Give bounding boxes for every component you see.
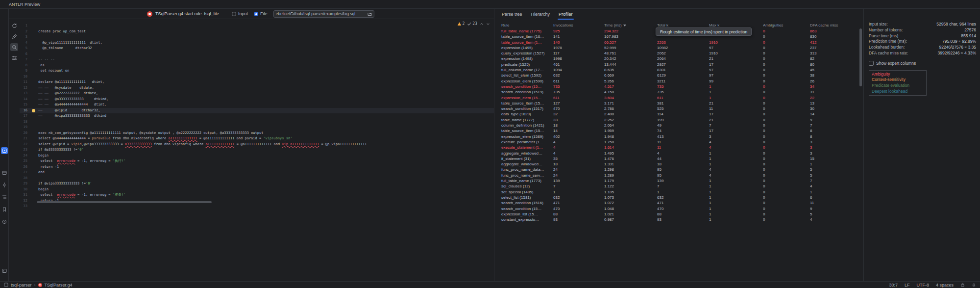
code-line[interactable]: 20exec nb_com_getsysconfig @a11111111111… bbox=[20, 131, 494, 136]
code-line[interactable]: 9 set nocount on bbox=[20, 68, 494, 74]
table-row[interactable]: table_name (1777)332.2521992109 bbox=[501, 117, 859, 123]
table-row[interactable]: aggregate_windowed…41.4954103 bbox=[501, 151, 859, 156]
bookmarks-tool-icon[interactable] bbox=[1, 206, 8, 213]
project-tool-icon[interactable] bbox=[1, 169, 8, 176]
horizontal-scrollbar[interactable] bbox=[37, 201, 212, 203]
commit-tool-icon[interactable] bbox=[1, 182, 8, 188]
code-line[interactable]: 2create proc up_com_test bbox=[20, 29, 494, 35]
show-expert-columns-checkbox[interactable]: Show expert columns bbox=[869, 60, 976, 66]
code-line[interactable]: 30begin bbox=[20, 187, 494, 193]
table-row[interactable]: set_special (1485)11.1051101 bbox=[501, 189, 859, 195]
table-row[interactable]: execute_statement (1…41.61411403 bbox=[501, 145, 859, 150]
problems-tool-icon[interactable] bbox=[1, 218, 8, 225]
code-line[interactable]: 26 return -1 bbox=[20, 164, 494, 170]
code-editor[interactable]: 12create proc up_com_test34 @p_vipa11111… bbox=[20, 20, 494, 281]
code-line[interactable]: 22select @vipid = vipid,@vipa33333333333… bbox=[20, 142, 494, 148]
edit-icon[interactable] bbox=[10, 32, 18, 40]
tab-hierarchy[interactable]: Hierarchy bbox=[527, 9, 555, 20]
code-line[interactable]: 11declare @a1111111111111 dtint, bbox=[20, 79, 494, 85]
code-line[interactable]: 31 select errorcode = -1, errormsg = '准备… bbox=[20, 192, 494, 198]
code-line[interactable]: 1 bbox=[20, 23, 494, 29]
table-row[interactable]: full_table_name (1773)1391.179139107 bbox=[501, 178, 859, 183]
table-row[interactable]: expression (1498)199820.342206421082 bbox=[501, 56, 859, 61]
tab-profiler[interactable]: Profiler bbox=[554, 9, 577, 20]
code-line[interactable]: 28 bbox=[20, 176, 494, 182]
table-row[interactable]: expression (1495)197852.99910982970237 bbox=[501, 45, 859, 51]
table-row[interactable]: execute_parameter (1…41.75811403 bbox=[501, 139, 859, 145]
column-header-ambiguities[interactable]: Ambiguities bbox=[763, 22, 810, 28]
status-item[interactable]: 4 spaces bbox=[936, 283, 954, 288]
browse-file-icon[interactable] bbox=[368, 12, 372, 16]
code-line[interactable]: 8 as bbox=[20, 63, 494, 69]
code-line[interactable]: 13—— —— @a2222222222 dtdate, bbox=[20, 91, 494, 97]
table-row[interactable]: func_proc_name_serv…241.28995405 bbox=[501, 173, 859, 178]
code-line[interactable]: 16—— @vipid dtchar32, bbox=[20, 108, 494, 114]
table-row[interactable]: data_type (1829)322.48811417014 bbox=[501, 111, 859, 117]
table-row[interactable]: expression_elem (15…6113.6046111022 bbox=[501, 95, 859, 101]
code-line[interactable]: 24begin bbox=[20, 153, 494, 159]
inspections-widget[interactable]: 2 23 bbox=[457, 22, 490, 26]
structure-tool-icon[interactable] bbox=[1, 194, 8, 201]
code-line[interactable]: 6 bbox=[20, 52, 494, 57]
table-row[interactable]: expression_elem (1589)4021.948413308 bbox=[501, 134, 859, 139]
table-row[interactable]: search_condition (1519)7354.1587351031 bbox=[501, 89, 859, 95]
table-row[interactable]: table_source_item (15…141.959741708 bbox=[501, 128, 859, 133]
table-row[interactable]: constant_expressio…930.98793104 bbox=[501, 217, 859, 222]
prev-problem-icon[interactable] bbox=[480, 22, 484, 26]
table-row[interactable]: table_source_item (15…1273.17138121013 bbox=[501, 101, 859, 106]
column-header-invocations[interactable]: Invocations bbox=[553, 22, 604, 28]
code-line[interactable]: 27end bbox=[20, 170, 494, 176]
table-row[interactable]: if_statement (31)351.476441015 bbox=[501, 156, 859, 161]
table-row[interactable]: select_list_elem (1592)6326.669612997038 bbox=[501, 73, 859, 78]
table-row[interactable]: search_condition (15…4701.048470109 bbox=[501, 206, 859, 211]
code-line[interactable]: 7-- -- -- bbox=[20, 57, 494, 63]
breadcrumb-file[interactable]: TSqlParser.g4 bbox=[45, 283, 73, 288]
intention-bulb-icon[interactable] bbox=[32, 109, 35, 112]
code-line[interactable]: 14—— —— @a333333333333 dtkind, bbox=[20, 97, 494, 103]
table-row[interactable]: aggregate_windowed…181.33118101 bbox=[501, 161, 859, 167]
table-row[interactable]: expression_list (15…881.02188105 bbox=[501, 211, 859, 217]
code-line[interactable]: 25 select errorcode = -1, errormsg = '执行… bbox=[20, 158, 494, 164]
code-line[interactable]: 17—— @vipa333333333333 dtkind bbox=[20, 113, 494, 119]
refresh-icon[interactable] bbox=[10, 22, 18, 29]
code-line[interactable]: 5 @p_tblname dtchar32 bbox=[20, 46, 494, 52]
radio-input-circle[interactable] bbox=[232, 12, 236, 16]
vertical-scrollbar[interactable] bbox=[859, 28, 862, 86]
tab-parse-tree[interactable]: Parse tree bbox=[497, 9, 527, 20]
warnings-count[interactable]: 2 bbox=[457, 22, 465, 26]
code-line[interactable]: 21select @a44444444444444 = paravalue fr… bbox=[20, 136, 494, 142]
search-icon[interactable] bbox=[10, 43, 18, 51]
code-line[interactable]: 19 bbox=[20, 125, 494, 131]
code-line[interactable]: 12—— —— @sysdate dtdate, bbox=[20, 85, 494, 91]
radio-input[interactable]: Input bbox=[232, 11, 248, 16]
table-row[interactable]: predicate (1525)46113.444292717080 bbox=[501, 62, 859, 67]
status-item[interactable]: 30:7 bbox=[889, 283, 898, 288]
terminal-tool-icon[interactable] bbox=[1, 267, 8, 274]
notifications-bell-icon[interactable] bbox=[972, 283, 976, 287]
column-header-rule[interactable]: Rule bbox=[501, 22, 553, 28]
next-problem-icon[interactable] bbox=[486, 22, 490, 26]
table-row[interactable]: sql_clauses (12)71.1227104 bbox=[501, 183, 859, 189]
checkbox-box[interactable] bbox=[869, 61, 874, 66]
table-row[interactable]: table_source_item (1…14066.5272263191004… bbox=[501, 40, 859, 45]
code-line[interactable]: 4 @p_vipa11111111111111 dtint, bbox=[20, 40, 494, 46]
status-item[interactable]: LF bbox=[905, 283, 910, 288]
typos-count[interactable]: 23 bbox=[467, 22, 477, 26]
table-row[interactable]: expression_elem (1590)6115.266321199026 bbox=[501, 79, 859, 84]
file-path-input[interactable]: ebelice/Github/tsql-parser/examples/big.… bbox=[273, 10, 374, 18]
table-row[interactable]: search_condition (1517)4702.78652511030 bbox=[501, 106, 859, 111]
lock-icon[interactable] bbox=[960, 283, 965, 287]
column-header-dfa-cache-miss[interactable]: DFA cache miss bbox=[810, 22, 859, 28]
status-item[interactable]: UTF-8 bbox=[916, 283, 929, 288]
code-line[interactable]: 18 bbox=[20, 119, 494, 125]
antlr-preview-tool-icon[interactable] bbox=[1, 147, 8, 154]
code-line[interactable]: 15—— —— @a44444444444444 dtint, bbox=[20, 102, 494, 108]
table-row[interactable]: query_expression (1527)11748.76120621910… bbox=[501, 51, 859, 56]
code-line[interactable]: 33 bbox=[20, 204, 494, 209]
settings-sliders-icon[interactable] bbox=[10, 54, 18, 62]
table-row[interactable]: func_proc_name_data…241.29895405 bbox=[501, 167, 859, 172]
breadcrumb-project[interactable]: tsql-parser bbox=[11, 283, 32, 288]
table-row[interactable]: full_column_name (17…10948.635830197045 bbox=[501, 67, 859, 73]
code-line[interactable]: 23if @a33333333333 !='0' bbox=[20, 147, 494, 153]
radio-file[interactable]: File bbox=[254, 11, 268, 16]
